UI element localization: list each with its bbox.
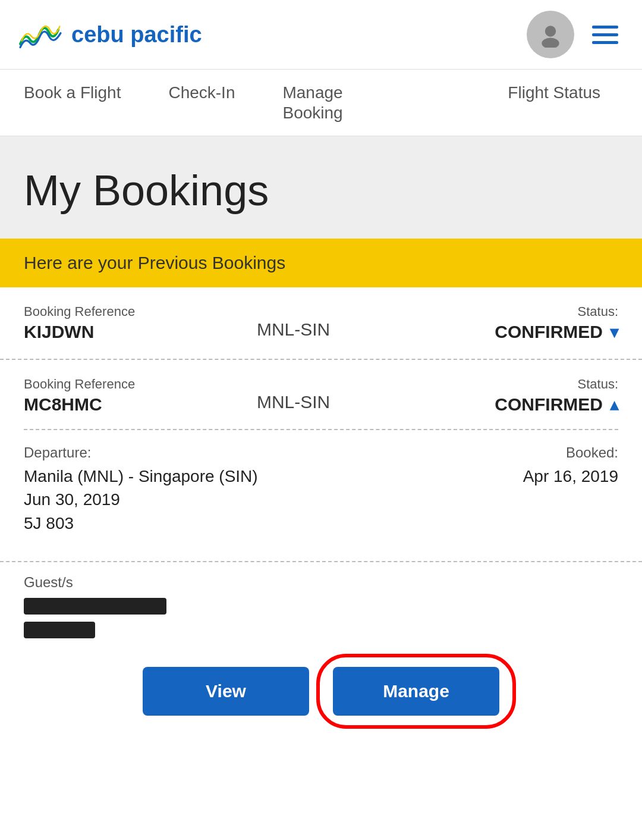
menu-line-2 [592, 33, 618, 36]
hamburger-menu-button[interactable] [586, 20, 624, 50]
booked-date: Apr 16, 2019 [321, 465, 618, 488]
view-button[interactable]: View [143, 667, 309, 716]
manage-button[interactable]: Manage [333, 667, 499, 716]
booking-status-label-2: Status: [452, 377, 618, 392]
departure-route: Manila (MNL) - Singapore (SIN) [24, 465, 321, 488]
nav-manage-booking[interactable]: ManageBooking [259, 70, 366, 136]
departure-col: Departure: Manila (MNL) - Singapore (SIN… [24, 444, 321, 535]
booking-detail-2: Departure: Manila (MNL) - Singapore (SIN… [24, 429, 618, 535]
booking-status-area-1: Status: CONFIRMED ▾ [452, 304, 618, 342]
cebu-pacific-logo-icon [18, 17, 65, 52]
booking-ref-section-1: Booking Reference KIJDWN [24, 304, 135, 342]
guest-name-redacted-1 [24, 598, 166, 615]
guests-section: Guest/s [0, 561, 642, 638]
nav-book-flight[interactable]: Book a Flight [18, 70, 144, 116]
booking-ref-label-2: Booking Reference [24, 377, 135, 392]
guest-name-redacted-2 [24, 622, 95, 638]
nav-flight-status[interactable]: Flight Status [484, 70, 624, 116]
menu-line-3 [592, 41, 618, 44]
booking-header-2: Booking Reference MC8HMC MNL-SIN Status:… [24, 377, 618, 415]
booking-status-value-2: CONFIRMED ▴ [452, 394, 618, 415]
booking-header-1: Booking Reference KIJDWN MNL-SIN Status:… [24, 304, 618, 342]
person-icon [537, 21, 564, 48]
previous-bookings-text: Here are your Previous Bookings [24, 253, 285, 272]
page-title: My Bookings [24, 166, 618, 215]
logo-text: cebu pacific [71, 22, 202, 48]
booking-card-2: Booking Reference MC8HMC MNL-SIN Status:… [0, 360, 642, 561]
booking-ref-value-2: MC8HMC [24, 394, 135, 415]
svg-point-1 [542, 38, 559, 48]
booking-ref-section-2: Booking Reference MC8HMC [24, 377, 135, 415]
header-right [527, 11, 624, 58]
header: cebu pacific [0, 0, 642, 70]
manage-circle-wrapper: Manage [333, 667, 499, 716]
guests-label: Guest/s [24, 574, 618, 591]
main-nav: Book a Flight Check-In ManageBooking Fli… [0, 70, 642, 136]
booking-status-label-1: Status: [452, 304, 618, 319]
booking-route-2: MNL-SIN [257, 377, 330, 412]
profile-button[interactable] [527, 11, 574, 58]
status-confirmed-2: CONFIRMED [495, 394, 603, 415]
bookings-list: Booking Reference KIJDWN MNL-SIN Status:… [0, 287, 642, 739]
booking-ref-value-1: KIJDWN [24, 322, 135, 342]
booking-status-area-2: Status: CONFIRMED ▴ [452, 377, 618, 415]
svg-point-0 [545, 26, 556, 36]
booked-col: Booked: Apr 16, 2019 [321, 444, 618, 535]
booking-route-1: MNL-SIN [257, 304, 330, 340]
chevron-down-icon-1[interactable]: ▾ [610, 322, 618, 342]
booking-ref-label-1: Booking Reference [24, 304, 135, 319]
booking-status-value-1: CONFIRMED ▾ [452, 322, 618, 342]
previous-bookings-bar: Here are your Previous Bookings [0, 239, 642, 287]
departure-label: Departure: [24, 444, 321, 461]
hero-section: My Bookings [0, 136, 642, 239]
flight-number: 5J 803 [24, 512, 321, 535]
logo-area: cebu pacific [18, 17, 202, 52]
action-buttons: View Manage [0, 649, 642, 739]
chevron-up-icon-2[interactable]: ▴ [610, 395, 618, 415]
booking-card-1: Booking Reference KIJDWN MNL-SIN Status:… [0, 287, 642, 360]
status-confirmed-1: CONFIRMED [495, 322, 603, 342]
booked-label: Booked: [321, 444, 618, 461]
detail-row-departure: Departure: Manila (MNL) - Singapore (SIN… [24, 444, 618, 535]
departure-date: Jun 30, 2019 [24, 488, 321, 511]
menu-line-1 [592, 26, 618, 29]
nav-check-in[interactable]: Check-In [144, 70, 259, 116]
